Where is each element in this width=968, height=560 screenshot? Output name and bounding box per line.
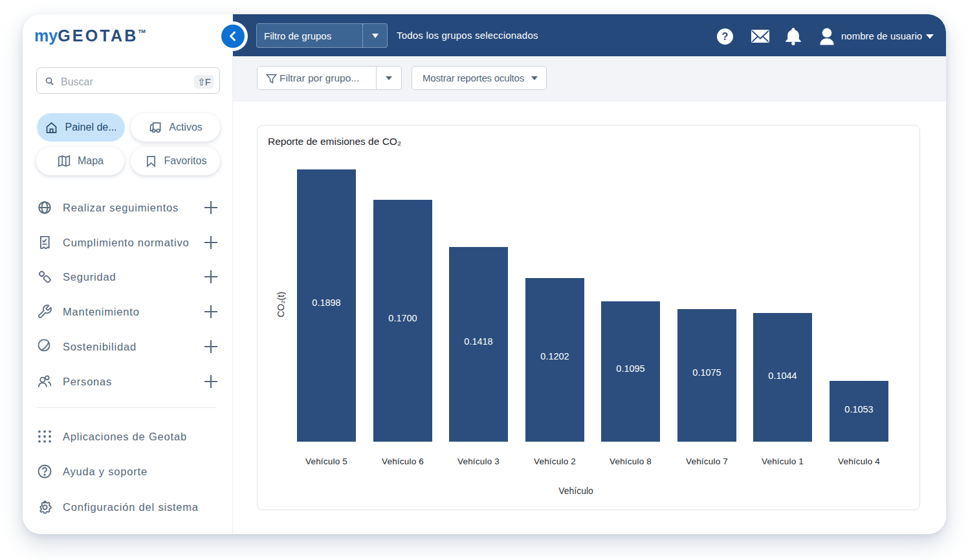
svg-text:?: ? bbox=[722, 30, 729, 42]
